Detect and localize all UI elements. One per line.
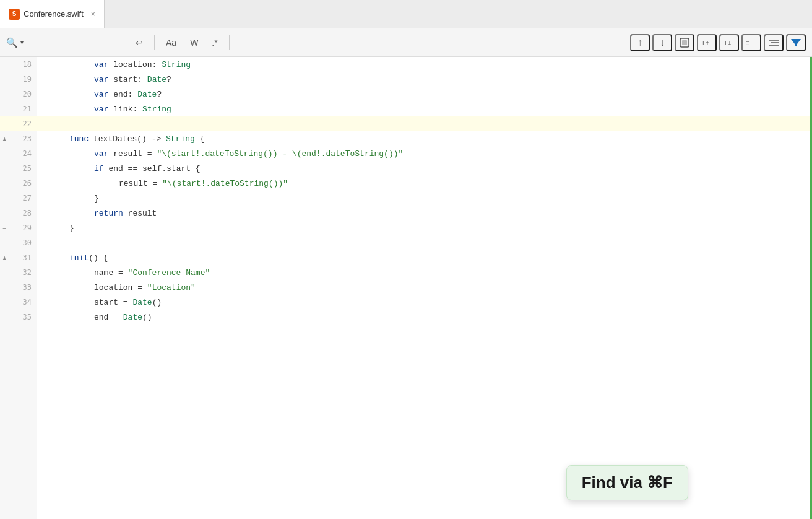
token-type: String [166,134,195,144]
line-number-22: 22 [0,116,37,131]
token-plain: } [69,224,74,233]
token-plain: start = [94,298,132,307]
token-plain: ? [166,75,171,84]
code-line-28: return result [37,206,812,220]
line-number-26: 26 [0,176,37,191]
filter-button[interactable] [786,34,806,51]
code-line-21: var link: String [37,102,812,116]
code-line-27: } [37,191,812,206]
svg-marker-8 [791,39,801,47]
separator-1 [124,35,124,50]
code-line-35: end = Date() [37,310,812,325]
code-line-19: var start: Date? [37,72,812,87]
token-plain: () [142,313,152,322]
token-type: Date [132,298,152,307]
file-tab[interactable]: S Conference.swift × [0,0,105,28]
gutter-icon-shield: ♟ [2,136,6,142]
find-tooltip-text: Find via ⌘F [582,473,673,492]
svg-rect-1 [682,40,687,45]
match-case-button[interactable]: Aa [161,35,181,50]
token-plain: end == self.start { [104,164,201,173]
find-tooltip: Find via ⌘F [566,465,688,500]
line-num-text: 18 [23,60,32,69]
token-str: "Location" [147,283,196,292]
line-num-text: 33 [23,283,32,292]
line-num-text: 35 [23,313,32,321]
toolbar-right: ↑ ↓ +↑ +↓ ⊟ [630,34,806,51]
token-kw: var [94,90,108,99]
token-plain: { [195,134,205,144]
line-num-text: 32 [23,268,32,277]
indent-button[interactable] [764,34,784,51]
line-number-35: 35 [0,310,37,325]
token-type: Date [137,90,157,99]
token-plain: link: [108,105,142,114]
code-line-25: if end == self.start { [37,161,812,176]
search-box[interactable]: 🔍 ▾ [6,37,118,48]
svg-text:⊟: ⊟ [746,39,750,47]
add-cursor-up-button[interactable]: +↑ [697,34,717,51]
token-type: String [142,105,171,114]
token-str: "Conference Name" [128,268,210,277]
code-line-31: init() { [37,250,812,265]
search-icon: 🔍 [6,37,18,48]
token-plain: ? [157,90,162,99]
line-number-19: 19 [0,72,37,87]
line-num-text: 24 [23,149,32,158]
token-plain: start: [108,75,147,84]
token-kw: init [69,253,89,263]
token-kw: var [94,75,108,84]
tab-close-button[interactable]: × [91,10,95,19]
add-cursor-down-button[interactable]: +↓ [719,34,739,51]
toolbar: 🔍 ▾ ↩ Aa W .* ↑ ↓ +↑ +↓ ⊟ [0,28,812,57]
line-num-text: 23 [23,134,32,143]
code-line-18: var location: String [37,57,812,72]
undo-button[interactable]: ↩ [131,35,148,50]
regex-button[interactable]: .* [207,35,222,50]
search-chevron-icon[interactable]: ▾ [20,39,24,46]
token-plain: result = [119,179,162,188]
gutter-icon-minus: − [2,225,6,232]
token-plain: () [152,298,162,307]
line-number-34: 34 [0,295,37,310]
line-number-31: ♟31 [0,250,37,265]
arrow-up-button[interactable]: ↑ [630,34,650,51]
line-num-text: 20 [23,90,32,98]
code-area: 1819202122♟232425262728−2930♟3132333435 … [0,57,812,519]
code-line-34: start = Date() [37,295,812,310]
token-plain: end = [94,313,123,322]
select-match-button[interactable] [675,34,694,51]
token-kw: var [94,105,108,114]
token-type: Date [123,313,142,322]
line-numbers: 1819202122♟232425262728−2930♟3132333435 [0,57,37,519]
token-plain: location: [108,60,162,69]
select-column-button[interactable]: ⊟ [741,34,761,51]
line-num-text: 25 [23,164,32,173]
code-line-23: func textDates() -> String { [37,131,812,146]
line-num-text: 22 [23,120,32,128]
whole-word-button[interactable]: W [185,35,203,50]
line-number-23: ♟23 [0,131,37,146]
token-kw: if [94,164,104,173]
code-line-33: location = "Location" [37,280,812,295]
token-str: "\(start!.dateToString())" [162,179,288,188]
line-number-30: 30 [0,235,37,250]
gutter-icon-shield: ♟ [2,255,6,261]
line-number-32: 32 [0,265,37,280]
line-num-text: 26 [23,179,32,188]
code-line-29: } [37,220,812,235]
token-plain: location = [94,283,147,292]
token-kw: var [94,60,108,69]
line-num-text: 31 [23,253,32,262]
line-number-27: 27 [0,191,37,206]
tab-filename: Conference.swift [24,9,84,19]
code-line-22 [37,116,812,131]
code-content[interactable]: var location: Stringvar start: Date?var … [37,57,812,519]
token-plain: end: [108,90,137,99]
code-line-30 [37,235,812,250]
line-num-text: 21 [23,105,32,113]
line-number-24: 24 [0,146,37,161]
tab-bar: S Conference.swift × [0,0,812,28]
line-num-text: 28 [23,209,32,217]
arrow-down-button[interactable]: ↓ [652,34,672,51]
